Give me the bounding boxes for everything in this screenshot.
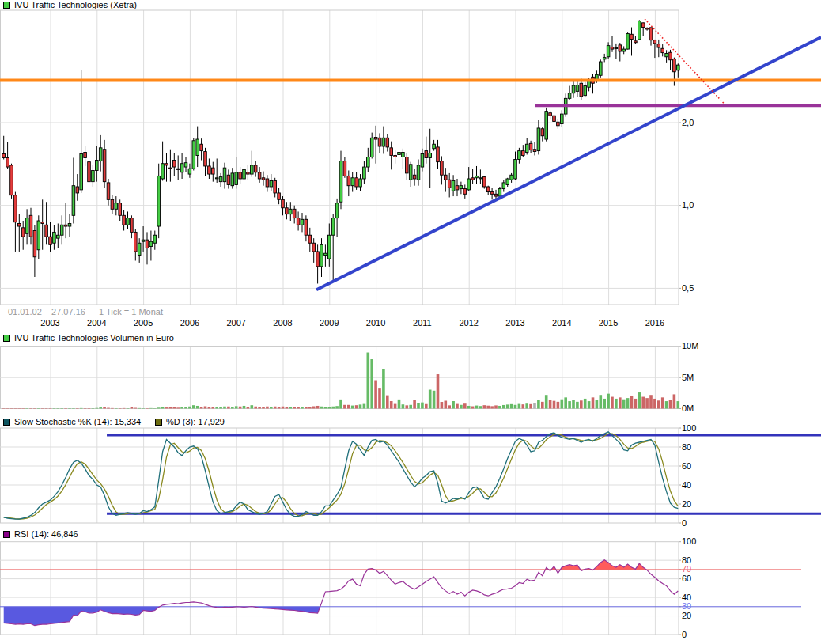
candle-body (429, 153, 432, 158)
volume-bar (107, 408, 110, 409)
candle-body (57, 235, 60, 238)
rsi-axis-label: 100 (682, 537, 696, 546)
volume-bar (6, 408, 9, 409)
candle-body (510, 175, 513, 180)
candle-body (638, 21, 641, 40)
candle-body (251, 165, 254, 174)
volume-bar (247, 407, 250, 408)
volume-bar (533, 403, 536, 409)
candle-body (278, 193, 281, 199)
candle-body (92, 170, 95, 181)
candle-body (96, 161, 99, 171)
candle-body (119, 203, 122, 216)
volume-bar (180, 407, 183, 408)
volume-bar (611, 397, 614, 409)
volume-bar (262, 407, 265, 409)
price-legend-swatch-icon (3, 2, 10, 9)
candle-body (29, 215, 32, 237)
rsi-legend: RSI (14): 46,846 (3, 529, 78, 539)
candle-body (53, 232, 56, 243)
volume-bar (645, 398, 649, 408)
candle-body (553, 116, 556, 121)
volume-legend: IVU Traffic Technologies Volumen in Euro (3, 333, 174, 343)
candle-body (452, 180, 455, 191)
volume-bar (37, 408, 40, 409)
rsi-axis-label: 20 (682, 612, 691, 620)
volume-bar (490, 406, 494, 408)
candle-body (630, 34, 634, 39)
candle-body (335, 203, 339, 218)
stochastic-axis-label: 80 (682, 443, 691, 452)
candle-body (293, 209, 296, 218)
volume-bar (600, 395, 603, 408)
volume-bar (409, 405, 412, 409)
candle-body (14, 195, 17, 222)
stochastic-k-label: Slow Stochastic %K (14): 15,334 (14, 417, 141, 426)
volume-bar (657, 400, 660, 408)
volume-legend-swatch-icon (3, 335, 10, 342)
volume-bar (29, 408, 32, 409)
candle-body (374, 137, 377, 139)
candle-body (421, 153, 424, 167)
candle-body (347, 176, 350, 185)
candle-body (486, 187, 490, 192)
volume-bar (64, 408, 67, 409)
candle-body (437, 147, 440, 162)
volume-bar (165, 407, 168, 408)
candle-body (33, 231, 36, 257)
candle-body (235, 172, 238, 185)
candle-body (580, 83, 583, 97)
volume-bar (343, 405, 346, 409)
volume-bar (274, 407, 277, 409)
volume-bar (157, 407, 161, 408)
volume-bar (324, 407, 327, 408)
stochastic-axis-label: 100 (682, 424, 696, 433)
volume-bar (103, 407, 106, 408)
candle-body (21, 228, 25, 237)
stochastic-k-line (4, 432, 679, 519)
volume-bar (402, 404, 405, 408)
candle-body (192, 141, 195, 169)
volume-bar (433, 391, 436, 409)
price-legend: IVU Traffic Technologies (Xetra) (3, 0, 137, 9)
candle-body (161, 164, 165, 179)
x-axis-year-label: 2013 (505, 318, 524, 328)
candle-body (367, 157, 370, 167)
volume-bar (266, 407, 269, 409)
candle-body (247, 172, 250, 174)
volume-bar (41, 408, 44, 409)
candle-body (425, 151, 428, 158)
volume-bar (25, 408, 28, 409)
rsi-legend-label: RSI (14): 46,846 (14, 529, 78, 539)
volume-axis-label: 5M (682, 373, 694, 382)
volume-bar (49, 408, 52, 409)
volume-axis-label: 10M (682, 342, 698, 350)
volume-bar (215, 407, 218, 408)
candle-body (270, 180, 273, 187)
candle-body (149, 241, 153, 246)
volume-bar (463, 403, 467, 408)
candle-body (80, 153, 83, 189)
volume-bar (576, 402, 579, 409)
volume-bar (243, 406, 246, 409)
volume-bar (80, 408, 83, 409)
volume-bar (115, 408, 118, 409)
candle-body (634, 41, 638, 43)
volume-bar (622, 400, 626, 409)
volume-bar (111, 408, 114, 409)
volume-bar (76, 408, 79, 409)
volume-bar (84, 408, 87, 409)
volume-bar (305, 407, 308, 409)
volume-bar (537, 400, 540, 409)
chart-canvas[interactable] (0, 0, 821, 644)
volume-bar (21, 408, 25, 409)
candle-body (561, 114, 564, 123)
volume-bar (184, 407, 187, 409)
candle-body (266, 179, 269, 187)
x-axis-year-label: 2004 (87, 318, 106, 328)
candle-body (196, 139, 199, 155)
candle-body (479, 178, 482, 179)
volume-bar (320, 407, 323, 409)
volume-bar (425, 404, 428, 409)
volume-bar (471, 407, 475, 409)
